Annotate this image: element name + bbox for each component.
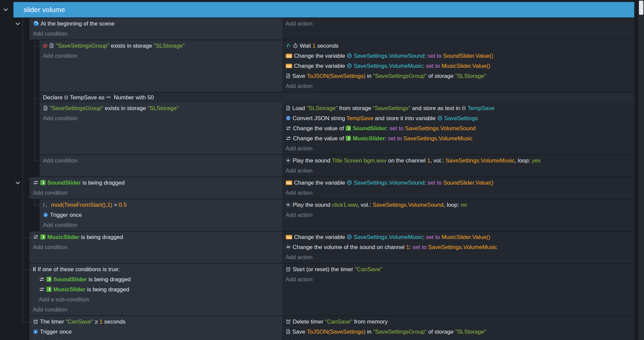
action-row[interactable]: varChange the variable SaveSettings.Volu… xyxy=(282,61,634,71)
condition-row[interactable]: 1Trigger once xyxy=(30,327,282,337)
text-segment: Add condition xyxy=(43,115,78,122)
condition-row[interactable]: MusicSlider is being dragged xyxy=(30,232,282,242)
text-segment: : xyxy=(425,53,428,59)
text-segment: 1 xyxy=(406,244,409,250)
add-condition-button[interactable]: Add condition xyxy=(40,113,282,124)
add-action-button[interactable]: Add action xyxy=(282,19,634,29)
text-segment: Add action xyxy=(286,190,312,196)
text-segment: Add action xyxy=(286,339,312,340)
add-condition-button[interactable]: Add condition xyxy=(40,156,282,166)
add-action-button[interactable]: Add action xyxy=(282,166,634,176)
localvar-icon xyxy=(462,106,466,111)
text-segment: Add action xyxy=(286,20,312,27)
text-segment: is being dragged xyxy=(79,234,123,240)
condition-row[interactable]: The timer "CanSave" ≥ 1 seconds xyxy=(30,317,282,327)
action-row[interactable]: Save ToJSON(SaveSettings) in "SaveSettin… xyxy=(282,71,634,81)
action-row[interactable]: Start (or reset) the timer "CanSave" xyxy=(282,264,634,275)
text-segment: set to xyxy=(389,125,405,132)
scrollbar-thumb[interactable] xyxy=(639,1,643,15)
action-row[interactable]: Wait 1 seconds xyxy=(282,41,634,51)
condition-row[interactable]: If one of these conditions is true: xyxy=(30,264,282,275)
add-action-button[interactable]: Add action xyxy=(282,275,634,285)
add-condition-button[interactable]: Add condition xyxy=(40,220,282,230)
local-variable-declaration-row[interactable]: Declare TempSave as 123Number with 50 xyxy=(40,93,634,103)
condition-row[interactable]: "SaveSettingsGroup" exists in storage "S… xyxy=(40,103,282,113)
action-row[interactable]: Play the sound Title Screen bgm.wav on t… xyxy=(282,156,634,166)
conditions-column: MusicSlider is being draggedAdd conditio… xyxy=(30,232,282,263)
text-segment: Wait xyxy=(300,43,312,49)
alarm-icon xyxy=(286,319,291,324)
event-group-header[interactable]: slider volume xyxy=(13,2,634,17)
sliders-icon xyxy=(33,180,39,185)
action-row[interactable]: Save ToJSON(SaveSettings) in "SaveSettin… xyxy=(282,327,634,337)
condition-row[interactable]: SoundSlider is being dragged xyxy=(30,275,282,285)
sliders-icon xyxy=(39,287,45,292)
action-row[interactable]: Load "SLStorage" from storage "SaveSetti… xyxy=(282,103,634,113)
action-row[interactable]: varChange the variable SaveSettings.Volu… xyxy=(282,232,634,242)
action-row[interactable]: Delete timer "CanSave" from memory xyxy=(282,317,634,327)
variable-icon: var xyxy=(286,53,292,58)
globe-icon xyxy=(347,234,352,240)
add-action-button[interactable]: Add action xyxy=(282,188,634,198)
action-row[interactable]: Change the value of MusicSlider: set to … xyxy=(282,134,634,144)
text-segment: Change the variable xyxy=(294,63,347,69)
text-segment: "CanSave" xyxy=(325,319,352,325)
condition-row[interactable]: MusicSlider is being dragged xyxy=(30,285,282,295)
add-condition-button[interactable]: Add condition xyxy=(30,29,282,39)
text-segment: ToJSON(SaveSettings) xyxy=(307,329,365,335)
add-condition-button[interactable]: Add condition xyxy=(30,337,282,340)
action-row[interactable]: varChange the variable SaveSettings.Volu… xyxy=(282,51,634,61)
text-segment: is being dragged xyxy=(87,276,131,283)
text-segment: set to xyxy=(426,63,441,69)
group-collapse-chevron-icon[interactable] xyxy=(3,7,9,13)
text-segment: on the channel xyxy=(387,157,427,164)
action-row[interactable]: varChange the variable SaveSettings.Volu… xyxy=(282,178,634,188)
condition-row[interactable]: At the beginning of the scene xyxy=(30,19,282,29)
globe-icon xyxy=(347,53,352,58)
condition-row[interactable]: 1Trigger once xyxy=(40,210,282,220)
text-segment: SaveSettings.VolumeMusic xyxy=(403,135,473,142)
add-action-button[interactable]: Add action xyxy=(282,81,634,91)
action-row[interactable]: Change the volume of the sound on channe… xyxy=(282,242,634,252)
svg-text:var: var xyxy=(287,54,291,58)
storage-icon xyxy=(49,43,54,48)
add-condition-button[interactable]: Add condition xyxy=(40,51,282,61)
add-action-button[interactable]: Add action xyxy=(282,144,634,154)
add-action-button[interactable]: Add action xyxy=(282,210,634,220)
text-segment: "SaveSettings" xyxy=(373,105,410,111)
text-segment: "SaveSettingsGroup" xyxy=(373,329,427,335)
condition-row[interactable]: "SaveSettingsGroup" exists in storage "S… xyxy=(40,41,282,51)
event-block-6: fxmod(TimeFromStart(),1) > 0.51Trigger o… xyxy=(40,199,634,231)
add-condition-button[interactable]: Add condition xyxy=(30,242,282,252)
add-action-button[interactable]: Add action xyxy=(282,337,634,340)
text-segment: of storage xyxy=(427,329,455,335)
text-segment: SaveSettings.VolumeSound xyxy=(405,125,476,132)
add-condition-button[interactable]: Add condition xyxy=(30,305,282,315)
text-segment: Declare xyxy=(43,94,64,101)
add-condition-button[interactable]: Add condition xyxy=(30,188,282,198)
text-segment: Change the variable xyxy=(294,234,347,240)
text-segment: , loop: xyxy=(515,157,532,164)
text-segment: SaveSettings.VolumeMusic xyxy=(428,244,497,250)
text-segment: If one of these conditions is true: xyxy=(38,266,120,273)
action-row[interactable]: Play the sound click1.wav, vol.: SaveSet… xyxy=(282,200,634,210)
text-segment: in xyxy=(365,73,373,79)
text-segment: Trigger once xyxy=(40,329,72,335)
stopwatch-icon xyxy=(293,43,298,48)
condition-row[interactable]: SoundSlider is being dragged xyxy=(30,178,282,188)
text-segment: Add action xyxy=(286,145,312,152)
add-a-sub-condition-button[interactable]: Add a sub-condition xyxy=(30,295,282,305)
text-segment: MusicSlider xyxy=(353,135,385,142)
variable-icon: var xyxy=(286,180,292,185)
text-segment: Start (or reset) the timer xyxy=(293,266,355,273)
text-segment: , vol.: xyxy=(430,157,445,164)
action-row[interactable]: Convert JSON string TempSave and store i… xyxy=(282,113,634,124)
add-action-button[interactable]: Add action xyxy=(282,252,634,262)
text-segment: yes xyxy=(532,157,541,164)
text-segment: seconds xyxy=(103,319,126,325)
action-row[interactable]: Change the value of SoundSlider: set to … xyxy=(282,124,634,134)
text-segment: SoundSlider xyxy=(353,125,386,132)
text-segment: of storage xyxy=(427,73,455,79)
condition-row[interactable]: fxmod(TimeFromStart(),1) > 0.5 xyxy=(40,200,282,210)
vertical-scrollbar[interactable] xyxy=(638,0,644,340)
